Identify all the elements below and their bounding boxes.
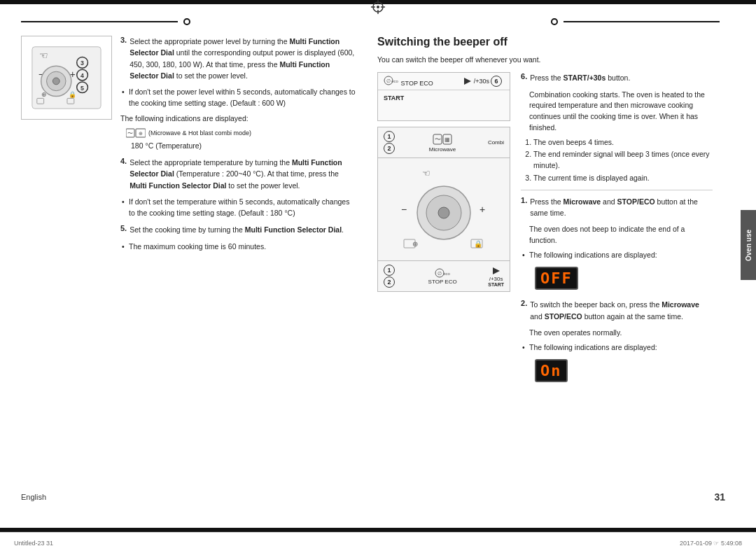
svg-text:eco: eco xyxy=(443,272,450,276)
divider-dot-left xyxy=(183,18,190,25)
right-column: Switching the beeper off You can switch … xyxy=(377,36,713,391)
right-inner: ∅ eco STOP ECO /+30s 6 xyxy=(377,72,713,391)
step1-block: 1. Press the Microwave and STOP/ECO butt… xyxy=(521,196,713,294)
step3-bullets: If don't set the power level within 5 se… xyxy=(120,87,356,109)
step1-detail: The oven does not beep to indicate the e… xyxy=(529,224,713,246)
step1-bullets: The following indications are displayed: xyxy=(521,250,713,261)
step5-row: 5. Set the cooking time by turning the M… xyxy=(120,224,356,239)
stop-eco-top-label: STOP ECO xyxy=(401,80,433,87)
off-display: OFF xyxy=(535,267,578,290)
svg-text:🔒: 🔒 xyxy=(69,90,77,99)
step4-bullets: If don't set the temperature within 5 se… xyxy=(120,197,356,219)
step2-text: To switch the beeper back on, press the … xyxy=(530,299,713,322)
svg-text:☜: ☜ xyxy=(422,168,430,178)
step3-bold1: Multi Function Selector Dial xyxy=(130,37,340,57)
plus30s-bottom-label: /+30s xyxy=(489,276,503,282)
step4-row: 4. Select the appropriate temperature by… xyxy=(120,157,356,195)
step6-text: Press the START/+30s button. xyxy=(530,72,630,83)
step3-text: Select the appropriate power level by tu… xyxy=(130,36,356,81)
badge-row-top: 1 2 xyxy=(384,131,397,154)
step3-mode-icons: 〜 ⊕ (Microwave & Hot blast combi mode) xyxy=(126,127,356,139)
badge-row-bottom: 1 2 xyxy=(384,265,397,288)
step4-bold1: Multi Function Selector Dial xyxy=(130,158,342,178)
stop-eco-bottom-area: ∅ eco STOP ECO xyxy=(428,267,457,285)
bottom-divider-row: English 31 xyxy=(21,491,725,503)
step3-temp: 180 °C (Temperature) xyxy=(131,140,356,151)
step5-text: Set the cooking time by turning the Mult… xyxy=(130,224,344,235)
svg-marker-48 xyxy=(493,267,500,274)
step4-bold2: Multi Function Selector Dial xyxy=(130,181,226,190)
badge-6: 6 xyxy=(491,76,502,87)
step5-bullets: The maximum cooking time is 60 minutes. xyxy=(120,241,356,253)
step1-num: 1. xyxy=(521,196,527,223)
svg-text:〜: 〜 xyxy=(127,130,133,136)
oven-dial-svg: ☜ 3 4 5 − + xyxy=(29,43,104,113)
display-bottom-row: START xyxy=(378,90,510,106)
svg-text:☜: ☜ xyxy=(39,50,48,61)
step1-bold2: STOP/ECO xyxy=(617,197,655,206)
step1-row: 1. Press the Microwave and STOP/ECO butt… xyxy=(521,196,713,223)
step6-item1: The oven beeps 4 times. xyxy=(533,137,713,148)
svg-point-40 xyxy=(438,207,449,218)
badge-1-top: 1 xyxy=(384,131,395,142)
on-display: On xyxy=(535,359,568,382)
step4-block: 4. Select the appropriate temperature by… xyxy=(120,157,356,218)
start-bottom-icon xyxy=(491,266,501,276)
step3-bold2: Multi Function Selector Dial xyxy=(130,60,330,80)
step4-num: 4. xyxy=(120,157,127,195)
page-number: 31 xyxy=(714,491,725,503)
english-label: English xyxy=(21,493,46,501)
hr-divider xyxy=(521,190,713,190)
step3-row: 3. Select the appropriate power level by… xyxy=(120,36,356,85)
mw-panel-full: 1 2 〜 ▦ Microwave xyxy=(377,127,510,292)
footer-left: Untitled-23 31 xyxy=(14,540,53,547)
mw-panel-middle: ☜ − + ⊕ 🔒 xyxy=(378,158,510,261)
svg-text:5: 5 xyxy=(80,85,84,92)
start-bottom-area: /+30s START xyxy=(488,266,504,287)
step5-num: 5. xyxy=(120,224,127,239)
svg-text:⊕: ⊕ xyxy=(41,91,47,98)
svg-point-1 xyxy=(377,6,379,8)
main-content: ☜ 3 4 5 − + xyxy=(0,4,741,528)
plus30s-top-label: /+30s xyxy=(474,78,489,85)
oven-dial-diagram: ☜ 3 4 5 − + xyxy=(21,36,112,120)
svg-text:〜: 〜 xyxy=(434,136,440,143)
step2-row: 2. To switch the beeper back on, press t… xyxy=(521,299,713,326)
step1-bullet1: The following indications are displayed: xyxy=(529,250,713,261)
svg-marker-30 xyxy=(464,78,471,85)
stop-eco-top: ∅ eco STOP ECO xyxy=(384,76,433,87)
off-display-container: OFF xyxy=(535,263,713,293)
divider-line-left xyxy=(21,21,178,22)
step4-text: Select the appropriate temperature by tu… xyxy=(130,157,356,191)
microwave-icon: 〜 ⊕ xyxy=(126,127,146,139)
step3-indications: The following indications are displayed: xyxy=(120,113,356,124)
left-column: ☜ 3 4 5 − + xyxy=(21,36,356,391)
step6-detail: Combination cooking starts. The oven is … xyxy=(529,90,713,134)
start-bottom-label: START xyxy=(488,282,504,287)
section-heading: Switching the beeper off xyxy=(377,36,713,48)
footer-right: 2017-01-09 ☞ 5:49:08 xyxy=(680,540,742,547)
display-top-row: ∅ eco STOP ECO /+30s 6 xyxy=(378,73,510,90)
on-display-container: On xyxy=(535,356,713,386)
combi-btn-area: Combi xyxy=(488,139,504,146)
step2-block: 2. To switch the beeper back on, press t… xyxy=(521,299,713,386)
panel-dial-svg: ☜ − + ⊕ 🔒 xyxy=(391,164,496,255)
svg-text:eco: eco xyxy=(391,79,398,83)
step5-block: 5. Set the cooking time by turning the M… xyxy=(120,224,356,252)
step5-bullet1: The maximum cooking time is 60 minutes. xyxy=(129,241,356,253)
start-top-icon xyxy=(463,76,472,86)
start-label-top: START xyxy=(384,94,404,102)
badge-1-bottom: 1 xyxy=(384,265,395,276)
step3-bullet1: If don't set the power level within 5 se… xyxy=(129,87,356,109)
badge-2-top: 2 xyxy=(384,143,395,154)
left-inner: ☜ 3 4 5 − + xyxy=(21,36,356,254)
right-text-col: 6. Press the START/+30s button. Combinat… xyxy=(521,72,713,391)
footer: Untitled-23 31 2017-01-09 ☞ 5:49:08 xyxy=(0,532,756,553)
step2-bullets: The following indications are displayed: xyxy=(521,342,713,354)
left-text-col: 3. Select the appropriate power level by… xyxy=(120,36,356,254)
svg-text:4: 4 xyxy=(80,72,84,79)
section-intro: You can switch the beeper off whenever y… xyxy=(377,54,713,65)
top-center-icon xyxy=(371,0,385,14)
divider-dot-right xyxy=(551,18,558,25)
microwave-label-main: Microwave xyxy=(429,146,456,153)
